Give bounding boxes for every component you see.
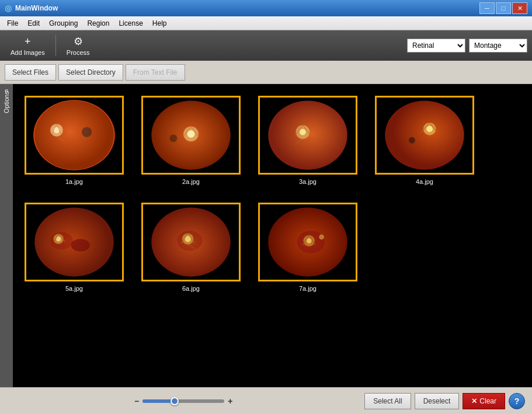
menu-region[interactable]: Region (82, 18, 114, 29)
title-bar-left: ◎ MainWindow (5, 4, 58, 13)
bottom-bar: − + Select All Deselect ✕ Clear ? (0, 387, 532, 414)
image-thumb[interactable] (25, 203, 124, 281)
clear-icon: ✕ (471, 397, 477, 405)
list-item[interactable]: 2a.jpg (141, 96, 241, 185)
sub-toolbar: Select Files Select Directory From Text … (0, 61, 532, 84)
menu-file[interactable]: File (2, 18, 23, 29)
select-files-button[interactable]: Select Files (5, 64, 56, 81)
title-bar-controls: ─ □ ✕ (479, 2, 527, 14)
clear-label: Clear (479, 397, 496, 405)
image-thumb[interactable] (258, 203, 357, 281)
image-label: 4a.jpg (416, 178, 433, 185)
zoom-area: − + (7, 396, 360, 406)
minimize-button[interactable]: ─ (479, 2, 495, 14)
svg-point-33 (71, 239, 90, 252)
image-thumb[interactable] (25, 96, 124, 175)
retinal-dropdown[interactable]: Retinal (407, 39, 465, 53)
zoom-slider-thumb[interactable] (171, 397, 179, 405)
image-thumb[interactable] (258, 96, 357, 175)
svg-point-23 (426, 126, 433, 132)
process-button[interactable]: ⚙ Process (61, 33, 96, 58)
svg-point-47 (319, 235, 324, 240)
image-thumb[interactable] (141, 96, 241, 175)
zoom-slider-fill (142, 399, 175, 403)
image-label: 6a.jpg (182, 285, 200, 292)
svg-point-2 (34, 100, 113, 169)
add-images-button[interactable]: + Add Images (5, 33, 51, 58)
options-sidebar[interactable]: « Options (0, 84, 13, 387)
process-label: Process (67, 49, 90, 56)
image-canvas: 1a.jpg 2a.jpg (13, 84, 532, 387)
image-label: 3a.jpg (299, 178, 317, 185)
svg-point-26 (409, 137, 415, 144)
image-thumb[interactable] (375, 96, 474, 175)
from-text-file-button[interactable]: From Text File (126, 64, 185, 81)
image-label: 2a.jpg (182, 178, 200, 185)
image-label: 5a.jpg (65, 285, 83, 292)
list-item[interactable]: 1a.jpg (25, 96, 124, 185)
help-button[interactable]: ? (509, 393, 525, 409)
toolbar-separator (55, 35, 56, 56)
list-item[interactable]: 6a.jpg (141, 203, 241, 292)
image-label: 7a.jpg (299, 285, 317, 292)
process-icon: ⚙ (74, 35, 83, 48)
menu-help[interactable]: Help (148, 18, 172, 29)
image-thumb[interactable] (141, 203, 241, 281)
toolbar-right: Retinal Montage (407, 39, 527, 53)
svg-point-4 (54, 127, 60, 134)
deselect-button[interactable]: Deselect (415, 393, 460, 409)
select-directory-button[interactable]: Select Directory (58, 64, 123, 81)
list-item[interactable]: 4a.jpg (375, 96, 474, 185)
menu-license[interactable]: License (114, 18, 147, 29)
app-title: MainWindow (15, 4, 58, 12)
zoom-minus-icon: − (134, 396, 139, 406)
svg-point-11 (187, 130, 195, 138)
add-images-label: Add Images (11, 49, 45, 56)
maximize-button[interactable]: □ (496, 2, 511, 14)
toolbar: + Add Images ⚙ Process Retinal Montage (0, 30, 532, 61)
image-label: 1a.jpg (65, 178, 83, 185)
title-bar: ◎ MainWindow ─ □ ✕ (0, 0, 532, 16)
svg-point-44 (307, 238, 312, 243)
add-images-icon: + (25, 36, 31, 48)
svg-point-21 (385, 100, 464, 169)
menu-bar: File Edit Grouping Region License Help (0, 16, 532, 30)
close-button[interactable]: ✕ (512, 2, 527, 14)
list-item[interactable]: 7a.jpg (258, 203, 357, 292)
main-area: « Options 1a.jpg (0, 84, 532, 387)
menu-grouping[interactable]: Grouping (44, 18, 82, 29)
app-icon: ◎ (5, 4, 12, 13)
svg-point-8 (82, 127, 92, 137)
svg-point-14 (169, 134, 177, 142)
options-label: Options (3, 91, 10, 113)
clear-button[interactable]: ✕ Clear (463, 393, 505, 409)
zoom-slider[interactable] (142, 399, 224, 403)
zoom-plus-icon: + (228, 396, 232, 406)
list-item[interactable]: 5a.jpg (25, 203, 124, 292)
menu-edit[interactable]: Edit (23, 18, 44, 29)
svg-point-17 (300, 129, 306, 135)
montage-dropdown[interactable]: Montage (469, 39, 527, 53)
bottom-right: Select All Deselect ✕ Clear ? (364, 393, 525, 409)
list-item[interactable]: 3a.jpg (258, 96, 357, 185)
select-all-button[interactable]: Select All (364, 393, 411, 409)
